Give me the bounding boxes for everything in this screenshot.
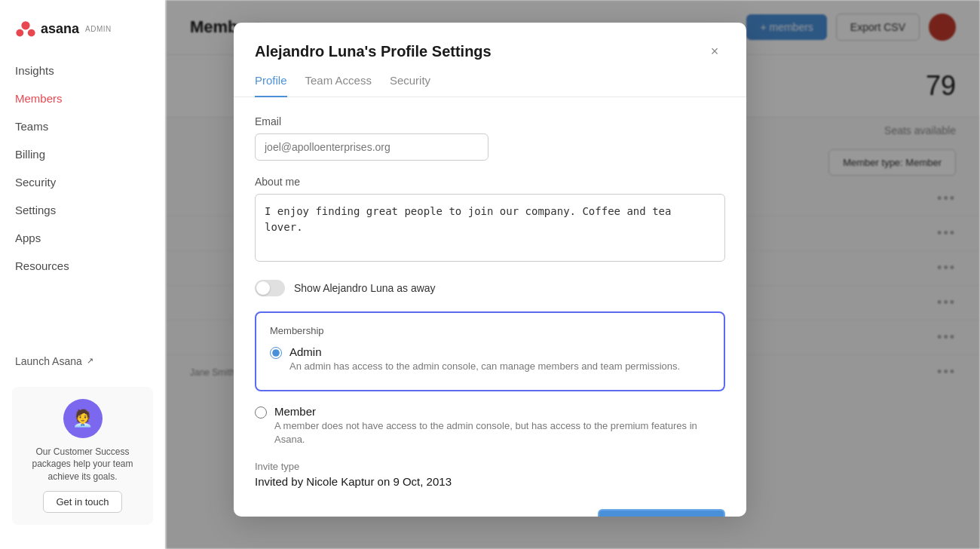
tab-profile[interactable]: Profile	[255, 74, 287, 97]
modal-tabs: Profile Team Access Security	[234, 62, 746, 97]
member-description: A member does not have access to the adm…	[274, 419, 725, 446]
admin-description: An admin has access to the admin console…	[289, 360, 680, 373]
admin-radio-content: Admin An admin has access to the admin c…	[289, 345, 680, 373]
toggle-knob	[256, 281, 270, 295]
close-button[interactable]: ×	[704, 41, 725, 62]
membership-title: Membership	[270, 325, 710, 336]
modal-wrapper: Alejandro Luna's Profile Settings × Prof…	[0, 0, 980, 549]
membership-member-section: Member A member does not have access to …	[255, 405, 725, 446]
away-toggle[interactable]	[255, 280, 285, 296]
away-toggle-row: Show Alejandro Luna as away	[255, 280, 725, 296]
email-label: Email	[255, 115, 725, 127]
member-radio-content: Member A member does not have access to …	[274, 405, 725, 446]
member-radio-option: Member A member does not have access to …	[255, 405, 725, 446]
profile-settings-modal: Alejandro Luna's Profile Settings × Prof…	[234, 23, 746, 517]
modal-footer: Save changes	[234, 509, 746, 517]
email-field-group: Email	[255, 115, 725, 161]
invite-type-section: Invite type Invited by Nicole Kaptur on …	[255, 461, 725, 488]
admin-label: Admin	[289, 345, 680, 358]
membership-admin-section: Membership Admin An admin has access to …	[255, 311, 725, 391]
member-label: Member	[274, 405, 725, 418]
modal-title: Alejandro Luna's Profile Settings	[255, 43, 492, 60]
tab-security[interactable]: Security	[390, 74, 430, 97]
about-me-field-group: About me	[255, 176, 725, 265]
admin-radio-option: Admin An admin has access to the admin c…	[270, 345, 710, 373]
invite-type-label: Invite type	[255, 461, 725, 472]
modal-header: Alejandro Luna's Profile Settings ×	[234, 23, 746, 62]
about-me-textarea[interactable]	[255, 194, 725, 262]
tab-team-access[interactable]: Team Access	[305, 74, 372, 97]
save-changes-button[interactable]: Save changes	[598, 509, 725, 517]
modal-body: Email About me Show Alejandro Luna as aw…	[234, 97, 746, 509]
member-radio[interactable]	[255, 406, 267, 419]
about-label: About me	[255, 176, 725, 188]
toggle-label: Show Alejandro Luna as away	[294, 282, 436, 294]
admin-radio[interactable]	[270, 347, 282, 359]
email-input[interactable]	[255, 133, 488, 161]
invite-value: Invited by Nicole Kaptur on 9 Oct, 2013	[255, 475, 725, 488]
